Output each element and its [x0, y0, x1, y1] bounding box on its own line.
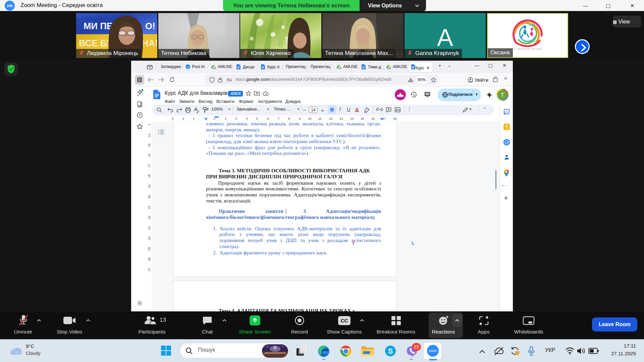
svg-text:О!: О! — [145, 21, 155, 31]
svg-text:A: A — [437, 24, 453, 51]
svg-text:S: S — [388, 347, 393, 355]
svg-text:31: 31 — [505, 110, 508, 114]
svg-text:НА!: НА! — [142, 38, 157, 48]
svg-text:ГО «ЧЕРКАЩАНЬ УМАНЩИНІ»: ГО «ЧЕРКАЩАНЬ УМАНЩИНІ» — [513, 48, 543, 50]
